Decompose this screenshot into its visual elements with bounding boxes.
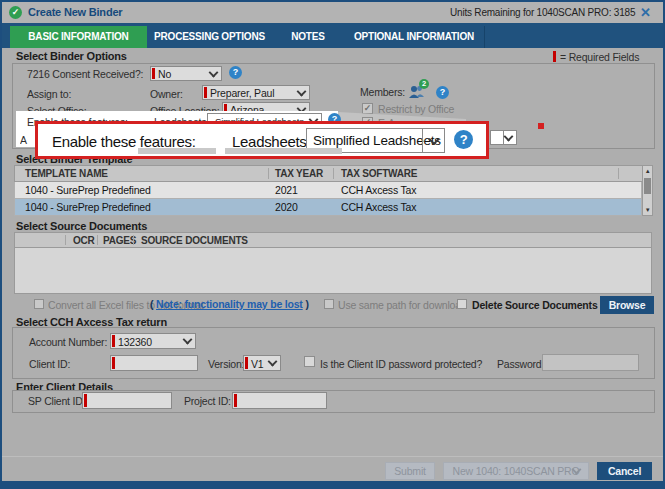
create-new-binder-dialog: ✓ Create New Binder Units Remaining for …	[0, 0, 665, 489]
account-number-label: Account Number:	[29, 336, 107, 348]
cancel-button[interactable]: Cancel	[597, 462, 652, 480]
tax-year-cell: 2020	[275, 199, 298, 215]
consent-value: No	[158, 68, 171, 81]
source-table-body	[14, 248, 652, 294]
convert-excel-checkbox[interactable]	[34, 299, 44, 309]
chevron-down-icon	[297, 86, 307, 96]
template-table-header: TEMPLATE NAME TAX YEAR TAX SOFTWARE	[14, 165, 652, 182]
consent-label: 7216 Consent Received?:	[27, 68, 143, 80]
dropdown-chevron-box	[422, 129, 444, 152]
column-divider	[333, 168, 334, 179]
note-functionality-link[interactable]: Note: functionality may be lost	[156, 298, 303, 310]
required-fields-bar	[553, 51, 556, 62]
chevron-down-icon	[428, 133, 439, 144]
template-row-2021[interactable]: 1040 - SurePrep Predefined 2021 CCH Axce…	[14, 182, 642, 199]
members-help-icon[interactable]: ?	[436, 86, 449, 99]
client-id-input[interactable]	[110, 355, 198, 371]
assign-to-label: Assign to:	[27, 88, 71, 100]
sp-client-id-input[interactable]	[82, 392, 172, 409]
chevron-down-icon	[268, 357, 278, 367]
scroll-up-icon[interactable]: ▲	[643, 168, 652, 174]
dialog-title: Create New Binder	[28, 6, 122, 18]
bottom-strip	[2, 481, 663, 487]
tab-notes[interactable]: NOTES	[272, 26, 345, 48]
tab-optional-information[interactable]: OPTIONAL INFORMATION	[344, 26, 485, 48]
source-documents-heading: Select Source Documents	[16, 220, 147, 232]
chevron-down-icon	[183, 335, 193, 345]
account-number-dropdown[interactable]: 132360	[110, 333, 196, 349]
ghost-block	[138, 148, 216, 154]
tax-year-cell: 2021	[275, 182, 298, 198]
password-input[interactable]	[542, 354, 639, 371]
password-protected-label: Is the Client ID password protected?	[320, 358, 482, 370]
members-icon[interactable]: 2	[408, 84, 425, 99]
hidden-row-dropdown[interactable]	[490, 130, 517, 145]
column-divider	[268, 168, 269, 179]
col-pages: PAGES	[103, 233, 136, 248]
close-icon[interactable]: ✕	[640, 5, 651, 20]
hidden-row-fragment: A	[20, 134, 34, 146]
title-bar: ✓ Create New Binder Units Remaining for …	[2, 2, 663, 23]
password-protected-checkbox[interactable]	[304, 356, 315, 367]
members-label: Members:	[360, 86, 405, 98]
tab-basic-information[interactable]: BASIC INFORMATION	[10, 26, 147, 48]
binder-check-icon: ✓	[9, 6, 22, 19]
callout-marker	[538, 123, 544, 129]
footer-divider	[2, 456, 663, 457]
submit-button[interactable]: Submit	[385, 462, 435, 480]
owner-value: Preparer, Paul	[210, 87, 274, 100]
project-id-input[interactable]	[232, 392, 327, 409]
delete-source-checkbox[interactable]	[457, 299, 467, 309]
consent-dropdown[interactable]: No	[150, 66, 222, 81]
version-dropdown[interactable]: V1	[243, 355, 281, 371]
col-ocr: OCR	[73, 233, 95, 248]
version-value: V1	[251, 358, 263, 371]
tax-return-panel	[12, 327, 655, 379]
browse-button[interactable]: Browse	[600, 296, 654, 314]
binder-options-heading: Select Binder Options	[16, 50, 127, 62]
tab-bar: BASIC INFORMATION PROCESSING OPTIONS NOT…	[2, 23, 663, 48]
callout-help-icon[interactable]: ?	[454, 130, 473, 149]
password-label: Password:	[497, 358, 544, 370]
account-number-value: 132360	[118, 336, 152, 349]
binder-type-dropdown[interactable]: New 1040: 1040SCAN PRO	[443, 462, 589, 480]
same-path-checkbox[interactable]	[324, 299, 334, 309]
scroll-down-icon[interactable]: ▼	[643, 207, 652, 213]
template-name-cell: 1040 - SurePrep Predefined	[25, 199, 151, 215]
restrict-by-office-label: Restrict by Office	[378, 103, 454, 115]
version-label: Version:	[208, 358, 244, 370]
col-template-name: TEMPLATE NAME	[25, 166, 108, 182]
scrollbar-thumb[interactable]	[644, 178, 651, 194]
template-table-scrollbar[interactable]: ▲ ▼	[642, 165, 653, 216]
units-remaining-label: Units Remaining for 1040SCAN PRO: 3185	[450, 7, 635, 18]
restrict-by-office-checkbox[interactable]: ✓	[362, 103, 373, 114]
required-fields-legend: = Required Fields	[560, 51, 639, 63]
col-tax-software: TAX SOFTWARE	[341, 166, 417, 182]
same-path-label: Use same path for download	[338, 299, 466, 311]
members-count-badge: 2	[419, 79, 429, 89]
column-divider	[618, 168, 619, 179]
owner-label: Owner:	[150, 88, 183, 100]
consent-help-icon[interactable]: ?	[229, 66, 242, 79]
paren-open: (	[150, 298, 153, 310]
client-id-label: Client ID:	[29, 358, 70, 370]
source-table-header: OCR PAGES SOURCE DOCUMENTS	[14, 232, 652, 248]
binder-type-value: New 1040: 1040SCAN PRO	[453, 465, 580, 477]
template-row-2020-selected[interactable]: 1040 - SurePrep Predefined 2020 CCH Axce…	[14, 199, 642, 216]
chevron-down-icon	[209, 67, 219, 77]
chevron-down-icon	[504, 131, 514, 141]
col-source-documents: SOURCE DOCUMENTS	[141, 233, 248, 248]
feature-callout: Enable these features: Leadsheets: Simpl…	[35, 121, 489, 159]
column-divider	[97, 235, 98, 245]
column-divider	[133, 235, 134, 245]
delete-source-label: Delete Source Documents	[472, 299, 598, 311]
owner-dropdown[interactable]: Preparer, Paul	[202, 85, 310, 100]
template-name-cell: 1040 - SurePrep Predefined	[25, 182, 151, 198]
col-tax-year: TAX YEAR	[275, 166, 323, 182]
project-id-label: Project ID:	[184, 395, 231, 407]
tax-software-cell: CCH Axcess Tax	[341, 182, 416, 198]
column-divider	[65, 235, 66, 245]
tax-software-cell: CCH Axcess Tax	[341, 199, 416, 215]
paren-close: )	[305, 298, 308, 310]
tab-processing-options[interactable]: PROCESSING OPTIONS	[147, 26, 273, 48]
